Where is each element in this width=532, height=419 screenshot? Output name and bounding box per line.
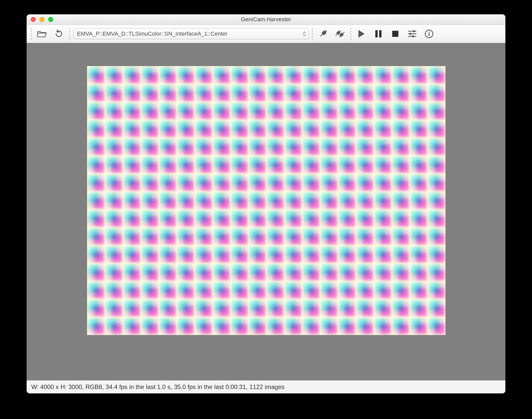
reload-icon bbox=[55, 29, 63, 38]
pause-button[interactable] bbox=[371, 28, 386, 40]
stop-button[interactable] bbox=[388, 28, 402, 40]
play-icon bbox=[358, 29, 365, 38]
toolbar-grip bbox=[312, 27, 313, 40]
close-window-button[interactable] bbox=[31, 17, 36, 22]
titlebar: GenICam.Harvester bbox=[27, 14, 505, 25]
stop-icon bbox=[392, 30, 399, 37]
svg-rect-3 bbox=[320, 34, 323, 37]
svg-rect-13 bbox=[379, 30, 381, 37]
svg-rect-12 bbox=[375, 30, 378, 37]
image-viewport[interactable] bbox=[27, 43, 505, 380]
play-button[interactable] bbox=[354, 28, 369, 40]
open-file-button[interactable] bbox=[35, 28, 49, 40]
svg-rect-23 bbox=[429, 33, 430, 36]
svg-rect-11 bbox=[343, 32, 345, 34]
info-icon bbox=[424, 29, 434, 38]
toolbar-grip bbox=[350, 27, 351, 40]
device-select[interactable]: EMVA_P::EMVA_D::TLSimuColor::SN_Interfac… bbox=[73, 28, 309, 39]
svg-rect-7 bbox=[335, 34, 337, 36]
toolbar-grip bbox=[69, 27, 70, 40]
camera-image bbox=[87, 66, 445, 335]
toolbar-grip bbox=[31, 27, 32, 40]
zoom-window-button[interactable] bbox=[48, 17, 53, 22]
minimize-window-button[interactable] bbox=[39, 17, 45, 22]
connect-button[interactable] bbox=[316, 28, 330, 40]
plug-connect-icon bbox=[318, 29, 328, 39]
settings-button[interactable] bbox=[405, 28, 419, 40]
device-select-value: EMVA_P::EMVA_D::TLSimuColor::SN_Interfac… bbox=[77, 30, 227, 37]
status-text: W: 4000 x H: 3000, RGB8, 34.4 fps in the… bbox=[31, 383, 284, 391]
status-bar: W: 4000 x H: 3000, RGB8, 34.4 fps in the… bbox=[27, 380, 505, 393]
plug-disconnect-icon bbox=[334, 29, 346, 39]
open-folder-icon bbox=[37, 30, 47, 38]
sliders-icon bbox=[408, 30, 417, 38]
svg-rect-18 bbox=[413, 30, 415, 32]
svg-rect-20 bbox=[412, 35, 414, 37]
window-title: GenICam.Harvester bbox=[27, 16, 505, 23]
reload-button[interactable] bbox=[52, 28, 66, 40]
toolbar: EMVA_P::EMVA_D::TLSimuColor::SN_Interfac… bbox=[27, 25, 505, 43]
svg-point-22 bbox=[429, 32, 430, 33]
info-button[interactable] bbox=[422, 28, 436, 40]
window-controls bbox=[31, 17, 53, 22]
svg-rect-14 bbox=[392, 31, 398, 37]
dropdown-stepper-icon bbox=[303, 32, 306, 36]
pause-icon bbox=[375, 30, 382, 38]
disconnect-button[interactable] bbox=[333, 28, 347, 40]
app-window: GenICam.Harvester bbox=[27, 14, 505, 393]
svg-rect-19 bbox=[410, 33, 411, 35]
